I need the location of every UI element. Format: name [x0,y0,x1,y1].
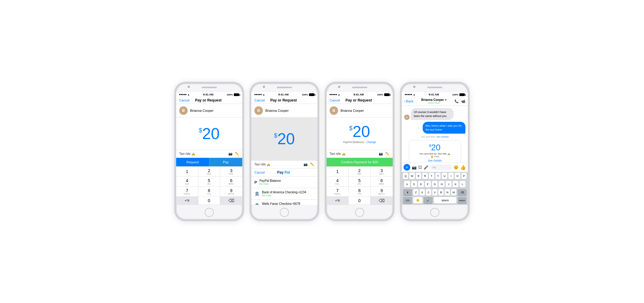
paypal-item-0[interactable]: P PayPal Balance No Fee [251,177,317,188]
chat-avatar-small: B [404,115,410,120]
messenger-contact-name[interactable]: Brianna Cooper > [421,98,447,102]
key-7-3[interactable]: 7PQRS [327,187,349,197]
kb-y[interactable]: Y [435,173,441,179]
key-star-3[interactable]: +*# [327,197,349,205]
kb-c[interactable]: C [426,189,431,196]
home-button-2[interactable] [280,208,289,217]
kb-mic[interactable]: 🎤 [424,197,433,204]
key-delete-3[interactable]: ⌫ [371,197,393,205]
kb-v[interactable]: V [432,189,438,196]
kb-r[interactable]: R [422,173,428,179]
key-8-3[interactable]: 8TUV [349,187,371,197]
home-button-3[interactable] [355,208,364,217]
message-input[interactable]: Aa [430,165,452,170]
key-delete[interactable]: ⌫ [220,197,242,205]
thumbs-up-icon[interactable]: 👍 [460,165,466,170]
cancel-button-2[interactable]: Cancel [254,98,265,102]
key-9[interactable]: 9WXYZ [220,187,242,197]
kb-row-1: Q W E R T Y U I O P [402,172,468,180]
key-7[interactable]: 7PQRS [176,187,198,197]
status-bar-3: ▲ 9:41 AM 100% [327,92,393,97]
amount-area-2: $ 20 [251,118,317,160]
kb-emoji[interactable]: 🙂 [413,197,422,204]
kb-z[interactable]: Z [413,189,418,196]
kb-return[interactable]: return [458,197,467,204]
kb-k[interactable]: K [453,181,458,188]
kb-h[interactable]: H [439,181,444,188]
edit-note-icon-2: ✏️ [310,162,314,166]
key-0[interactable]: 0 [198,197,220,205]
kb-x[interactable]: X [420,189,425,196]
paypal-item-1[interactable]: 🏦 Bank of America Checking •1234 No Fee [251,188,317,200]
kb-space[interactable]: space [434,197,456,204]
amount-area-1: $ 20 [176,118,242,150]
kb-j[interactable]: J [446,181,451,188]
kb-123[interactable]: 123 [403,197,412,204]
kb-g[interactable]: G [432,181,438,188]
confirm-button-3[interactable]: Confirm Payment for $20 [327,158,393,166]
home-button-1[interactable] [205,208,214,217]
kb-i[interactable]: I [448,173,454,179]
kb-w[interactable]: W [409,173,414,179]
status-time-1: 9:41 AM [203,93,213,96]
key-1-3[interactable]: 1 [327,167,349,177]
kb-b[interactable]: B [438,189,444,196]
key-3[interactable]: 3DEF [220,167,242,177]
emoji-icon[interactable]: 😊 [454,165,458,170]
key-8[interactable]: 8TUV [198,187,220,197]
photo-msg-icon[interactable]: 🖼 [418,165,422,170]
kb-a[interactable]: A [404,181,410,188]
mic-msg-icon[interactable]: 🎤 [424,165,428,170]
key-1[interactable]: 1 [176,167,198,177]
key-4-3[interactable]: 4GHI [327,177,349,187]
kb-q[interactable]: Q [403,173,408,179]
kb-l[interactable]: L [460,181,465,188]
key-5-3[interactable]: 5JKL [349,177,371,187]
cancel-button-1[interactable]: Cancel [179,98,190,102]
key-3-3[interactable]: 3DEF [371,167,393,177]
home-button-4[interactable] [430,208,439,217]
key-5[interactable]: 5JKL [198,177,220,187]
plus-button[interactable]: + [404,164,410,171]
key-2[interactable]: 2ABC [198,167,220,177]
amount-dollar-2: $ [274,132,277,139]
key-2-3[interactable]: 2ABC [349,167,371,177]
kb-e[interactable]: E [416,173,421,179]
key-star[interactable]: +*# [176,197,198,205]
avatar-1: B [179,106,188,115]
kb-backspace[interactable]: ⌫ [458,189,467,196]
kb-u[interactable]: U [442,173,447,179]
camera-msg-icon[interactable]: 📷 [412,165,417,170]
kb-t[interactable]: T [429,173,434,179]
camera-note-icon-1: 📷 [228,152,233,156]
keypad-3: 1 2ABC 3DEF 4GHI 5JKL 6MNO 7PQRS 8TUV 9W… [327,166,393,205]
call-icon[interactable]: 📞 [454,99,459,103]
video-icon[interactable]: 📹 [461,99,465,103]
kb-o[interactable]: O [455,173,460,179]
payment-card-see-details[interactable]: See Details [413,159,457,162]
key-9-3[interactable]: 9WXYZ [371,187,393,197]
back-button[interactable]: ‹ Back [404,99,413,103]
kb-d[interactable]: D [418,181,424,188]
paypal-item-2[interactable]: 🏦 Wells Fargo Checking •5678 No Fee [251,200,317,205]
kb-shift[interactable]: ⬆ [403,189,412,196]
cancel-button-3[interactable]: Cancel [330,98,340,102]
kb-m[interactable]: M [451,189,456,196]
messenger-input-row: + 📷 🖼 🎤 Aa 😊 👍 [402,162,468,172]
paypal-cancel-button[interactable]: Cancel [254,171,265,174]
nav-title-2: Pay or Request [270,98,297,102]
key-4[interactable]: 4GHI [176,177,198,187]
battery-icon-3 [384,93,390,96]
kb-f[interactable]: F [425,181,431,188]
kb-n[interactable]: N [445,189,450,196]
battery-pct-3: 100% [377,93,383,96]
pay-button-1[interactable]: Pay [209,158,243,166]
key-6[interactable]: 6MNO [220,177,242,187]
request-button-1[interactable]: Request [176,158,209,166]
edit-note-icon-1: ✏️ [235,152,239,156]
kb-p[interactable]: P [461,173,467,179]
key-6-3[interactable]: 6MNO [371,177,393,187]
camera-icon-3 [338,86,340,88]
key-0-3[interactable]: 0 [349,197,371,205]
kb-s[interactable]: S [411,181,417,188]
